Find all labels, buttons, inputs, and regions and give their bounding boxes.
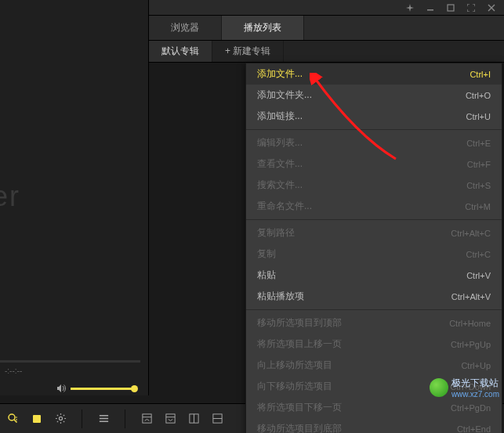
pin-icon[interactable]: [405, 3, 415, 13]
menu-item[interactable]: 粘贴播放项Ctrl+Alt+V: [246, 286, 502, 307]
menu-divider: [246, 129, 502, 130]
svg-rect-6: [165, 414, 174, 423]
menu-item-shortcut: Ctrl+Alt+C: [451, 229, 491, 238]
menu-item-label: 复制: [257, 247, 276, 261]
menu-divider: [246, 309, 502, 310]
subtab-default-album[interactable]: 默认专辑: [149, 41, 212, 62]
menu-item-label: 粘贴: [257, 269, 276, 282]
menu-item[interactable]: 粘贴Ctrl+V: [246, 265, 502, 286]
menu-item: 将所选项目下移一页Ctrl+PgDn: [246, 397, 502, 418]
maximize-icon[interactable]: [446, 3, 455, 13]
watermark-logo: [430, 378, 448, 397]
layout-c-icon[interactable]: [187, 412, 201, 426]
volume-track[interactable]: [71, 388, 135, 390]
menu-item-shortcut: Ctrl+I: [470, 70, 491, 79]
menu-item-shortcut: Ctrl+V: [466, 271, 491, 280]
volume-knob[interactable]: [131, 385, 138, 392]
menu-item-label: 将所选项目上移一页: [257, 337, 342, 351]
top-tabs: 浏览器 播放列表: [149, 16, 504, 41]
svg-point-2: [9, 414, 15, 420]
gear-icon[interactable]: [53, 412, 67, 426]
svg-rect-1: [448, 5, 454, 11]
menu-item[interactable]: 添加链接...Ctrl+U: [246, 106, 502, 127]
layout-d-icon[interactable]: [210, 412, 224, 426]
tab-label: 播放列表: [244, 21, 281, 34]
layout-b-icon[interactable]: [163, 412, 177, 426]
menu-item-shortcut: Ctrl+S: [466, 181, 491, 190]
menu-item: 移动所选项目到底部Ctrl+End: [246, 418, 502, 433]
svg-rect-0: [427, 9, 433, 11]
watermark-site: www.xz7.com: [451, 390, 499, 399]
menu-item-shortcut: Ctrl+M: [465, 202, 491, 211]
menu-item-label: 粘贴播放项: [257, 290, 304, 303]
tab-label: 浏览器: [171, 21, 199, 34]
menu-item: 搜索文件...Ctrl+S: [246, 175, 502, 196]
menu-item-label: 移动所选项目到顶部: [257, 316, 342, 330]
menu-item: 查看文件...Ctrl+F: [246, 153, 502, 175]
menu-item-shortcut: Ctrl+F: [467, 160, 491, 169]
watermark-name: 极光下载站: [451, 377, 499, 390]
menu-item-shortcut: Ctrl+Home: [449, 319, 491, 328]
menu-item: 重命名文件...Ctrl+M: [246, 196, 502, 217]
menu-item: 移动所选项目到顶部Ctrl+Home: [246, 312, 502, 334]
menu-item-shortcut: Ctrl+E: [466, 139, 491, 148]
menu-item-shortcut: Ctrl+Up: [461, 361, 491, 370]
menu-item-shortcut: Ctrl+End: [457, 424, 491, 434]
minimize-icon[interactable]: [426, 3, 435, 13]
brand-text: er: [0, 180, 20, 213]
menu-item: 复制路径Ctrl+Alt+C: [246, 222, 502, 244]
watermark: 极光下载站 www.xz7.com: [430, 377, 499, 399]
menu-item-label: 编辑列表...: [257, 136, 303, 150]
menu-item: 将所选项目上移一页Ctrl+PgUp: [246, 334, 502, 355]
menu-item[interactable]: 添加文件夹...Ctrl+O: [246, 85, 502, 106]
svg-rect-3: [33, 415, 41, 423]
progress-track[interactable]: [0, 360, 140, 363]
svg-rect-5: [142, 414, 150, 423]
tab-browser[interactable]: 浏览器: [149, 16, 222, 40]
menu-item-label: 复制路径: [257, 226, 295, 240]
volume-control[interactable]: [56, 384, 135, 393]
close-icon[interactable]: [487, 3, 496, 13]
menu-item-label: 添加文件夹...: [257, 88, 312, 102]
menu-item-label: 添加文件...: [257, 67, 303, 81]
search-icon[interactable]: [6, 412, 20, 426]
menu-item-shortcut: Ctrl+PgUp: [451, 340, 491, 349]
tab-playlist[interactable]: 播放列表: [222, 16, 304, 40]
menu-item-label: 向上移动所选项目: [257, 359, 332, 372]
menu-item-shortcut: Ctrl+PgDn: [451, 403, 491, 413]
separator: [125, 410, 125, 428]
menu-item: 编辑列表...Ctrl+E: [246, 132, 502, 153]
menu-item-shortcut: Ctrl+C: [466, 250, 491, 259]
note-icon[interactable]: [30, 412, 44, 426]
menu-item-label: 移动所选项目到底部: [257, 422, 342, 433]
sub-tabs: 默认专辑 + 新建专辑: [149, 41, 504, 63]
subtab-label: + 新建专辑: [225, 45, 270, 58]
svg-point-4: [59, 417, 62, 420]
layout-a-icon[interactable]: [140, 412, 154, 426]
subtab-label: 默认专辑: [161, 45, 199, 58]
volume-icon[interactable]: [56, 384, 66, 393]
menu-item-shortcut: Ctrl+O: [466, 91, 491, 100]
menu-item: 向上移动所选项目Ctrl+Up: [246, 355, 502, 376]
menu-item-label: 重命名文件...: [257, 200, 312, 213]
menu-item-label: 搜索文件...: [257, 179, 303, 192]
menu-item-label: 添加链接...: [257, 110, 303, 123]
time-code: -:--:--: [5, 366, 22, 375]
menu-item-label: 向下移动所选项目: [257, 380, 332, 393]
menu-item: 复制Ctrl+C: [246, 244, 502, 265]
menu-item-label: 查看文件...: [257, 157, 303, 171]
menu-item-shortcut: Ctrl+Alt+V: [451, 292, 491, 301]
menu-item-shortcut: Ctrl+U: [466, 112, 491, 121]
player-panel: er -:--:--: [0, 0, 149, 395]
list-icon[interactable]: [96, 412, 111, 426]
menu-divider: [246, 219, 502, 220]
separator: [82, 410, 82, 428]
menu-item[interactable]: 添加文件...Ctrl+I: [246, 63, 502, 85]
subtab-new-album[interactable]: + 新建专辑: [212, 41, 284, 62]
menu-item-label: 将所选项目下移一页: [257, 401, 342, 414]
fullscreen-icon[interactable]: [466, 3, 476, 13]
